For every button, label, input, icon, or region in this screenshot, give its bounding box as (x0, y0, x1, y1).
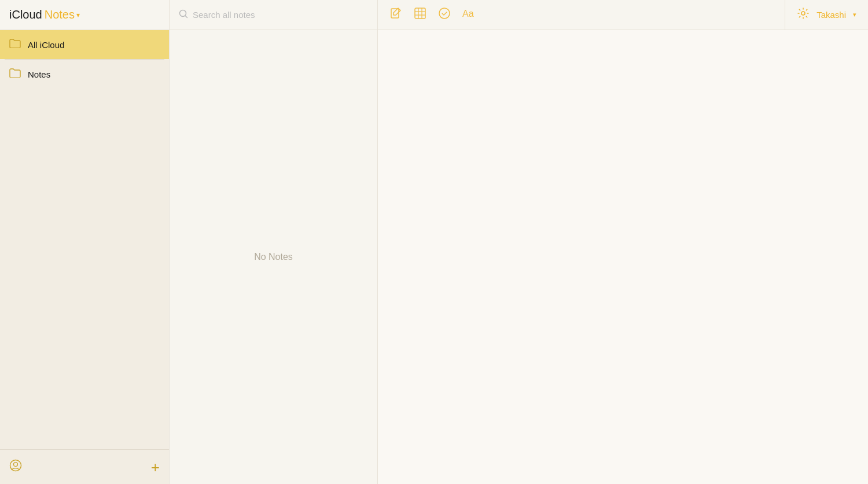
sidebar-item-all-icloud[interactable]: All iCloud (0, 30, 169, 59)
notes-label: Notes (45, 8, 75, 21)
svg-rect-3 (415, 8, 425, 19)
svg-text:Aa: Aa (462, 9, 474, 19)
sidebar-item-notes-label: Notes (28, 69, 50, 79)
username-label: Takashi (816, 10, 846, 20)
no-notes-message: No Notes (254, 252, 293, 262)
icloud-brand: iCloud Notes ▾ (0, 0, 170, 30)
brand-dropdown-icon[interactable]: ▾ (76, 11, 80, 19)
svg-point-0 (180, 10, 186, 16)
sidebar-spacer (0, 89, 169, 449)
search-input[interactable] (193, 10, 368, 20)
sidebar-bottom: + (0, 449, 169, 484)
checklist-icon[interactable] (438, 7, 451, 23)
user-dropdown-icon[interactable]: ▾ (853, 11, 856, 19)
svg-point-10 (801, 12, 805, 15)
svg-point-8 (439, 8, 450, 19)
toolbar-area: Aa (378, 0, 785, 30)
folder-icon (9, 38, 21, 51)
search-area (170, 0, 378, 30)
add-note-button[interactable]: + (151, 460, 160, 475)
compose-icon[interactable] (389, 7, 402, 23)
table-icon[interactable] (414, 7, 426, 23)
sidebar-item-notes[interactable]: Notes (0, 60, 169, 89)
settings-icon[interactable] (797, 7, 810, 23)
account-icon[interactable] (9, 459, 22, 475)
notes-list-panel: No Notes (170, 30, 378, 484)
main-layout: All iCloud Notes + No Notes (0, 30, 868, 484)
folder-icon-notes (9, 68, 21, 80)
top-bar: iCloud Notes ▾ (0, 0, 868, 30)
sidebar-item-all-icloud-label: All iCloud (28, 40, 64, 50)
sidebar: All iCloud Notes + (0, 30, 170, 484)
svg-point-12 (14, 463, 18, 467)
format-icon[interactable]: Aa (462, 7, 477, 23)
search-icon (179, 9, 188, 21)
user-area: Takashi ▾ (785, 0, 868, 30)
icloud-label: iCloud (9, 8, 42, 21)
svg-line-1 (186, 16, 187, 17)
note-editor[interactable] (378, 30, 868, 484)
